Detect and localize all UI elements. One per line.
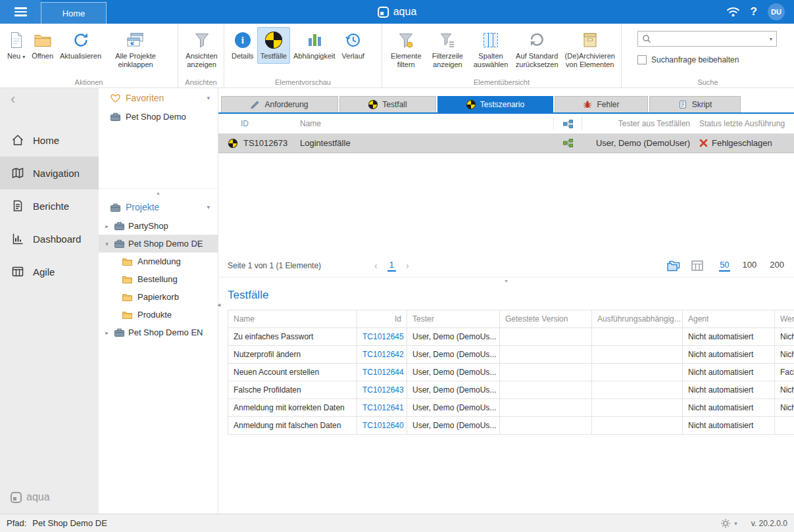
row-hierarchy-icon[interactable]	[553, 139, 582, 147]
reset-icon	[528, 30, 545, 50]
testcase-row[interactable]: Neuen Account erstellen TC1012644 User, …	[228, 364, 794, 381]
sidebar-item-berichte[interactable]: Berichte	[0, 189, 99, 222]
column-header-name[interactable]: Name	[297, 119, 553, 128]
keep-search-checkbox[interactable]	[637, 55, 647, 64]
choose-columns-button[interactable]: Spalten auswählen	[469, 27, 512, 72]
dependency-button[interactable]: Abhängigkeit	[290, 27, 339, 64]
chevron-down-icon[interactable]: ▾	[207, 204, 210, 210]
testcase-id-link[interactable]: TC1012645	[357, 328, 407, 346]
hamburger-menu-button[interactable]	[0, 0, 41, 24]
home-tab-label: Home	[62, 9, 86, 18]
explorer-collapse-handle[interactable]: ◀	[217, 302, 220, 308]
folder-anmeldung[interactable]: Anmeldung	[99, 253, 218, 270]
search-dropdown-icon[interactable]: ▾	[770, 36, 772, 42]
collapse-all-projects-button[interactable]: Alle Projekte einklappen	[105, 27, 166, 72]
chevron-down-icon[interactable]: ▾	[207, 95, 210, 101]
project-pet-shop-demo-de[interactable]: ▾ Pet Shop Demo DE ⋮	[99, 235, 218, 253]
help-icon[interactable]: ?	[751, 5, 757, 18]
folder-bestellung[interactable]: Bestellung	[99, 270, 218, 288]
hierarchy-view-icon[interactable]	[666, 260, 681, 272]
flat-view-icon[interactable]	[691, 260, 703, 271]
topbar-home-tab[interactable]: Home	[41, 2, 107, 24]
search-input[interactable]	[655, 34, 766, 44]
tab-fehler[interactable]: Fehler	[555, 96, 648, 112]
page-size-200[interactable]: 200	[769, 260, 785, 272]
new-button[interactable]: Neu▾	[4, 27, 28, 64]
project-pet-shop-demo-en[interactable]: ▸ Pet Shop Demo EN	[99, 324, 218, 341]
open-button[interactable]: Öffnen	[28, 27, 57, 64]
sidebar-collapse-button[interactable]: ‹	[0, 88, 99, 110]
details-button[interactable]: i Details	[228, 27, 257, 64]
tab-testszenario[interactable]: Testszenario	[437, 96, 553, 112]
reset-to-default-button[interactable]: Auf Standard zurücksetzen	[512, 27, 562, 72]
topbar: Home aqua ? DU	[0, 0, 794, 24]
column-header-id[interactable]: ID	[218, 119, 297, 128]
requirement-pen-icon	[251, 100, 260, 109]
pagination-info: Seite 1 von 1 (1 Elemente)	[228, 261, 336, 270]
testcase-row[interactable]: Falsche Profildaten TC1012643 User, Demo…	[228, 381, 794, 399]
connection-status-icon[interactable]	[726, 7, 740, 17]
preview-splitter[interactable]: ▾	[218, 277, 794, 285]
sidebar-item-dashboard[interactable]: Dashboard	[0, 222, 99, 255]
tab-anforderung[interactable]: Anforderung	[221, 96, 338, 112]
sidebar-item-navigation[interactable]: Navigation	[0, 157, 99, 189]
sidebar-item-agile[interactable]: Agile	[0, 255, 99, 288]
prev-page-button[interactable]: ‹	[374, 260, 378, 271]
show-views-button[interactable]: Ansichten anzeigen	[182, 27, 221, 72]
filter-elements-button[interactable]: Elemente filtern	[386, 27, 426, 72]
favorites-header[interactable]: Favoriten ▾	[99, 88, 218, 108]
testcase-id-link[interactable]: TC1012640	[357, 417, 407, 435]
settings-gear-icon[interactable]	[720, 518, 731, 529]
map-icon	[11, 166, 24, 180]
pv-col-agent[interactable]: Agent	[683, 310, 775, 328]
kebab-menu-icon[interactable]: ⋮	[195, 239, 203, 249]
expand-icon[interactable]: ▸	[103, 223, 111, 230]
pv-col-dependency[interactable]: Ausführungsabhängig...	[592, 310, 683, 328]
refresh-button[interactable]: Aktualisieren	[57, 27, 105, 64]
page-size-100[interactable]: 100	[742, 260, 758, 272]
testcase-id-link[interactable]: TC1012643	[357, 381, 407, 399]
testcase-row[interactable]: Anmeldung mit korrekten Daten TC1012641 …	[228, 399, 794, 417]
failed-x-icon	[699, 139, 708, 147]
pv-col-wer[interactable]: Wer	[775, 310, 794, 328]
search-box: ▾	[637, 31, 777, 47]
expand-icon[interactable]: ▸	[103, 329, 111, 336]
testcase-id-link[interactable]: TC1012641	[357, 399, 407, 417]
page-size-50[interactable]: 50	[719, 260, 730, 272]
row-name: Logintestfälle	[297, 138, 553, 148]
collapse-icon[interactable]: ▾	[103, 241, 111, 247]
testcase-row[interactable]: Zu einfaches Passwort TC1012645 User, De…	[228, 328, 794, 346]
project-explorer: Favoriten ▾ Pet Shop Demo ▴ Projekte ▾ ▸	[99, 88, 218, 514]
next-page-button[interactable]: ›	[406, 260, 409, 271]
column-header-hierarchy[interactable]	[553, 117, 582, 130]
pv-col-tester[interactable]: Tester	[407, 310, 500, 328]
sidebar-item-home[interactable]: Home	[0, 124, 99, 157]
user-avatar[interactable]: DU	[768, 3, 785, 20]
archive-elements-button[interactable]: (De)Archivieren von Elementen	[562, 27, 618, 72]
projects-header[interactable]: Projekte ▾	[99, 197, 218, 217]
folder-produkte[interactable]: Produkte	[99, 306, 218, 324]
column-header-tester[interactable]: Tester aus Testfällen	[582, 119, 694, 128]
testcase-row[interactable]: Nutzerprofil ändern TC1012642 User, Demo…	[228, 346, 794, 364]
project-partyshop[interactable]: ▸ PartyShop	[99, 217, 218, 235]
favorite-item-pet-shop-demo[interactable]: Pet Shop Demo	[99, 108, 218, 125]
current-page-button[interactable]: 1	[387, 260, 396, 272]
settings-dropdown-icon[interactable]: ▾	[734, 520, 737, 527]
history-button[interactable]: Verlauf	[339, 27, 368, 64]
tab-skript[interactable]: Skript	[649, 96, 741, 112]
testcase-id-link[interactable]: TC1012644	[357, 364, 407, 381]
favorites-splitter[interactable]: ▴	[99, 188, 218, 197]
column-header-status[interactable]: Status letzte Ausführung	[694, 119, 794, 128]
keep-search-option[interactable]: Suchanfrage beibehalten	[637, 55, 777, 64]
tab-testfall[interactable]: Testfall	[339, 96, 436, 112]
show-filter-row-button[interactable]: Filterzeile anzeigen	[426, 27, 470, 72]
main-area: ◀ Anforderung Testfall Testszenario F	[218, 88, 794, 514]
folder-papierkorb[interactable]: Papierkorb	[99, 288, 218, 306]
testcase-row[interactable]: Anmeldung mit falschen Daten TC1012640 U…	[228, 417, 794, 435]
testscenario-row[interactable]: TS1012673 Logintestfälle User, Demo (Dem…	[218, 133, 794, 153]
pv-col-id[interactable]: Id	[357, 310, 407, 328]
testcase-id-link[interactable]: TC1012642	[357, 346, 407, 364]
pv-col-name[interactable]: Name	[228, 310, 357, 328]
pv-col-version[interactable]: Getestete Version	[500, 310, 592, 328]
testcases-preview-button[interactable]: Testfälle	[257, 27, 290, 64]
